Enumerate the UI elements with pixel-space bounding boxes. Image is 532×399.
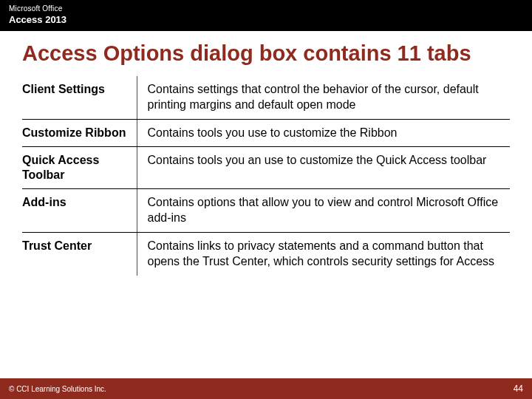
table-row: Add-ins Contains options that allow you …: [22, 189, 510, 233]
option-desc: Contains tools you use to customize the …: [137, 119, 510, 147]
slide-body: Client Settings Contains settings that c…: [0, 70, 532, 399]
option-name: Quick Access Toolbar: [22, 147, 137, 189]
option-desc: Contains links to privacy statements and…: [137, 232, 510, 275]
table-row: Customize Ribbon Contains tools you use …: [22, 119, 510, 147]
option-name: Client Settings: [22, 76, 137, 119]
option-name: Customize Ribbon: [22, 119, 137, 147]
title-area: Access Options dialog box contains 11 ta…: [0, 31, 532, 70]
page-number: 44: [514, 383, 523, 394]
option-desc: Contains options that allow you to view …: [137, 189, 510, 233]
slide-title: Access Options dialog box contains 11 ta…: [22, 41, 510, 66]
option-desc: Contains tools you an use to customize t…: [137, 147, 510, 189]
table-row: Quick Access Toolbar Contains tools you …: [22, 147, 510, 189]
product-label: Access 2013: [9, 14, 523, 25]
options-table: Client Settings Contains settings that c…: [22, 76, 510, 276]
brand-label: Microsoft Office: [9, 4, 523, 13]
table-row: Trust Center Contains links to privacy s…: [22, 232, 510, 275]
table-row: Client Settings Contains settings that c…: [22, 76, 510, 119]
slide-footer: © CCI Learning Solutions Inc. 44: [0, 378, 532, 399]
option-name: Trust Center: [22, 232, 137, 275]
copyright-text: © CCI Learning Solutions Inc.: [9, 385, 106, 393]
option-desc: Contains settings that control the behav…: [137, 76, 510, 119]
option-name: Add-ins: [22, 189, 137, 233]
slide-header: Microsoft Office Access 2013: [0, 0, 532, 31]
